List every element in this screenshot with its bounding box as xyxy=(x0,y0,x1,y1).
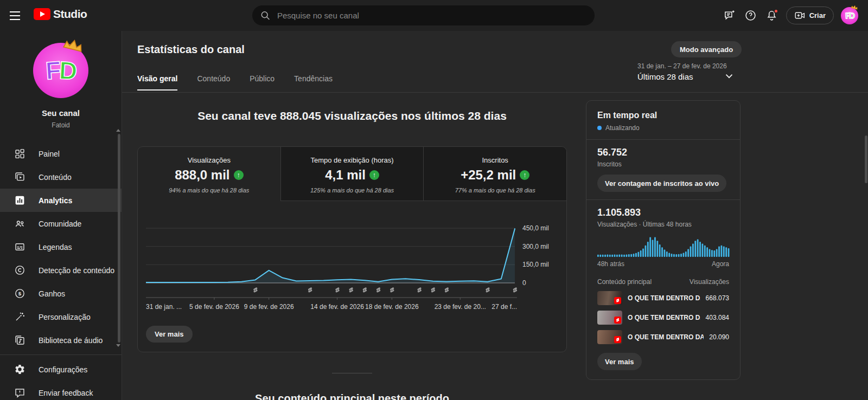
scrollbar-arrow-up[interactable] xyxy=(116,129,120,132)
content-icon xyxy=(14,171,25,183)
sidebar-item-painel[interactable]: Painel xyxy=(0,142,122,165)
top-content-row[interactable]: O QUE TEM DENTRO D... 668.073 xyxy=(597,291,729,305)
studio-wordmark: Studio xyxy=(53,8,87,21)
account-avatar[interactable]: FD xyxy=(841,7,858,24)
svg-text:5 de fev. de 2026: 5 de fev. de 2026 xyxy=(189,303,239,311)
svg-text:450,0 mil: 450,0 mil xyxy=(522,224,549,232)
channel-avatar[interactable]: FD xyxy=(33,43,88,98)
scrollbar-arrow-down[interactable] xyxy=(116,344,120,347)
youtube-studio-logo[interactable]: Studio xyxy=(34,8,87,21)
copyright-icon xyxy=(14,264,25,276)
top-content-row[interactable]: O QUE TEM DENTRO D... 403.084 xyxy=(597,311,729,325)
sidebar-item-analytics[interactable]: Analytics xyxy=(0,189,122,212)
date-range-selector[interactable]: 31 de jan. – 27 de fev. de 2026 Últimos … xyxy=(637,62,727,81)
svg-text:31 de jan. ...: 31 de jan. ... xyxy=(146,303,182,311)
topbar: Studio Criar xyxy=(0,0,868,31)
search-bar[interactable] xyxy=(252,5,595,25)
whats-new-icon[interactable] xyxy=(723,9,737,23)
metric-tab-visualizacoes[interactable]: Visualizações 888,0 mil↑ 94% a mais do q… xyxy=(138,147,280,201)
svg-text:18 de fev. de 2026: 18 de fev. de 2026 xyxy=(365,303,419,311)
metric-tab-tempo-exibicao[interactable]: Tempo de exibição (horas) 4,1 mil↑ 125% … xyxy=(280,147,424,201)
sidebar-scrollbar[interactable] xyxy=(118,134,120,343)
realtime-card: Em tempo real Atualizando 56.752 Inscrit… xyxy=(586,100,741,380)
views-line-chart: 0150,0 mil300,0 mil450,0 mil31 de jan. .… xyxy=(146,209,559,315)
trend-up-icon: ↑ xyxy=(234,170,244,180)
settings-icon xyxy=(14,364,25,375)
feedback-icon xyxy=(14,387,25,398)
youtube-studio-app: { "topbar": { "product_name": "Studio", … xyxy=(0,0,868,400)
views-48h-label: Visualizações · Últimas 48 horas xyxy=(597,221,729,228)
help-icon[interactable] xyxy=(744,9,758,23)
channel-label: Seu canal xyxy=(42,108,80,118)
monetization-icon: $ xyxy=(14,288,25,299)
realtime-see-more-button[interactable]: Ver mais xyxy=(597,353,642,370)
chevron-down-icon[interactable] xyxy=(723,70,735,82)
tab-conteudo[interactable]: Conteúdo xyxy=(197,74,230,91)
video-plus-icon xyxy=(794,10,806,21)
analytics-icon xyxy=(14,195,25,206)
tab-tendencias[interactable]: Tendências xyxy=(294,74,333,91)
notifications-icon[interactable] xyxy=(765,9,779,23)
subscriber-count: 56.752 xyxy=(597,147,729,158)
page-scrollbar[interactable] xyxy=(865,136,867,183)
views-48h-count: 1.105.893 xyxy=(597,207,729,218)
sidebar-item-personalizacao[interactable]: Personalização xyxy=(0,305,122,328)
video-thumbnail xyxy=(597,311,622,325)
svg-text:300,0 mil: 300,0 mil xyxy=(522,243,549,250)
divider xyxy=(586,199,740,200)
top-content-header: Conteúdo principal xyxy=(597,278,652,286)
audio-library-icon xyxy=(14,334,25,346)
crown-icon xyxy=(61,36,85,56)
analytics-tabs: Visão geral Conteúdo Público Tendências xyxy=(137,74,352,91)
metric-tab-inscritos[interactable]: Inscritos +25,2 mil↑ 77% a mais do que h… xyxy=(423,147,566,201)
crown-icon xyxy=(850,4,859,10)
live-subscriber-count-button[interactable]: Ver contagem de inscritos ao vivo xyxy=(597,175,726,192)
live-dot-icon xyxy=(597,126,602,130)
tabs-divider xyxy=(122,92,868,93)
shorts-badge-icon xyxy=(614,317,621,324)
sidebar-item-legendas[interactable]: Legendas xyxy=(0,235,122,259)
views-48h-bar-chart xyxy=(597,235,729,259)
top-content-row[interactable]: O QUE TEM DENTRO DA... 20.090 xyxy=(597,330,729,344)
divider xyxy=(586,139,740,140)
dashboard-icon xyxy=(14,148,25,159)
analytics-card: Visualizações 888,0 mil↑ 94% a mais do q… xyxy=(137,146,567,352)
community-icon xyxy=(14,218,25,229)
overview-headline: Seu canal teve 888.045 visualizações nos… xyxy=(137,109,567,122)
page-title: Estatísticas do canal xyxy=(137,43,245,56)
shorts-badge-icon xyxy=(614,297,621,304)
shorts-badge-icon xyxy=(614,336,621,343)
next-section-heading: Seu conteúdo principal neste período xyxy=(137,391,567,400)
see-more-button[interactable]: Ver mais xyxy=(146,326,193,343)
youtube-play-icon xyxy=(34,8,50,20)
svg-text:0: 0 xyxy=(522,279,526,287)
create-button[interactable]: Criar xyxy=(786,7,834,24)
advanced-mode-button[interactable]: Modo avançado xyxy=(671,41,742,57)
main-content: Estatísticas do canal Modo avançado 31 d… xyxy=(122,31,868,400)
views-column-header: Visualizações xyxy=(690,278,729,286)
sidebar-item-configuracoes[interactable]: Configurações xyxy=(0,358,122,381)
date-range-text: 31 de jan. – 27 de fev. de 2026 xyxy=(637,62,727,70)
tab-visao-geral[interactable]: Visão geral xyxy=(137,74,177,91)
trend-up-icon: ↑ xyxy=(369,170,379,180)
svg-text:9 de fev. de 2026: 9 de fev. de 2026 xyxy=(244,303,294,311)
trend-up-icon: ↑ xyxy=(520,170,529,180)
sidebar-item-ganhos[interactable]: $ Ganhos xyxy=(0,282,122,305)
channel-name: Fatoid xyxy=(52,121,69,129)
sidebar-item-conteudo[interactable]: Conteúdo xyxy=(0,165,122,189)
svg-text:14 de fev. de 2026: 14 de fev. de 2026 xyxy=(310,303,364,311)
menu-icon[interactable] xyxy=(9,9,22,22)
sidebar-item-comunidade[interactable]: Comunidade xyxy=(0,212,122,235)
svg-text:23 de fev. de 20...: 23 de fev. de 20... xyxy=(435,303,486,311)
spark-end-label: Agora xyxy=(712,260,729,268)
sidebar-item-deteccao[interactable]: Detecção de conteúdo xyxy=(0,259,122,282)
section-divider xyxy=(332,373,372,373)
date-preset-text: Últimos 28 dias xyxy=(637,72,727,81)
notification-dot xyxy=(774,9,778,14)
tab-publico[interactable]: Público xyxy=(250,74,275,91)
video-thumbnail xyxy=(597,291,622,305)
realtime-title: Em tempo real xyxy=(597,111,729,120)
search-input[interactable] xyxy=(277,11,587,20)
sidebar-item-biblioteca-audio[interactable]: Biblioteca de áudio xyxy=(0,328,122,352)
sidebar-item-enviar-feedback[interactable]: Enviar feedback xyxy=(0,381,122,400)
